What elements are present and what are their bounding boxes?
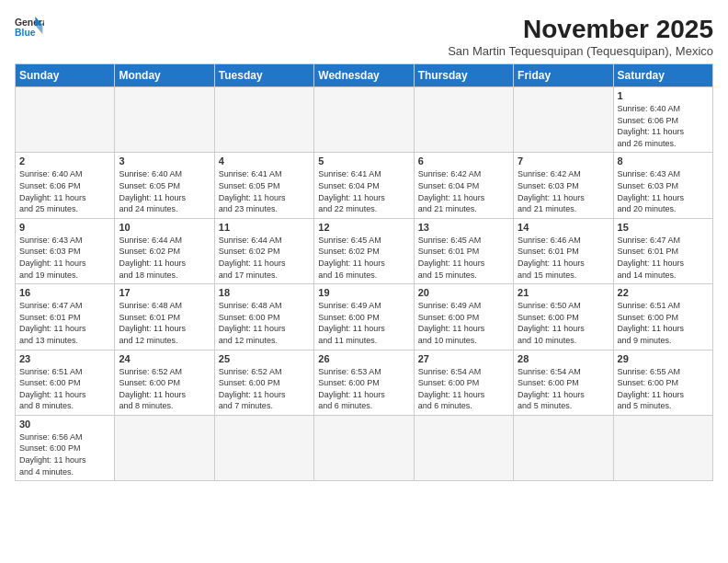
day-info: Sunrise: 6:55 AM Sunset: 6:00 PM Dayligh… [618, 366, 709, 412]
day-number: 23 [19, 353, 110, 364]
calendar-cell: 14Sunrise: 6:46 AM Sunset: 6:01 PM Dayli… [514, 218, 613, 283]
day-number: 21 [518, 287, 609, 298]
day-info: Sunrise: 6:44 AM Sunset: 6:02 PM Dayligh… [219, 235, 310, 281]
calendar-cell [314, 415, 414, 480]
calendar-cell: 12Sunrise: 6:45 AM Sunset: 6:02 PM Dayli… [314, 218, 414, 283]
day-number: 3 [119, 155, 210, 167]
day-number: 13 [418, 222, 509, 233]
calendar-cell [214, 415, 313, 480]
day-number: 11 [219, 222, 310, 233]
calendar-cell [514, 87, 613, 153]
calendar-cell: 7Sunrise: 6:42 AM Sunset: 6:03 PM Daylig… [514, 153, 613, 218]
calendar-cell: 11Sunrise: 6:44 AM Sunset: 6:02 PM Dayli… [214, 218, 313, 283]
calendar-cell: 27Sunrise: 6:54 AM Sunset: 6:00 PM Dayli… [414, 350, 513, 415]
day-number: 8 [618, 155, 709, 167]
day-number: 4 [219, 155, 310, 167]
day-info: Sunrise: 6:40 AM Sunset: 6:06 PM Dayligh… [618, 103, 709, 149]
day-number: 5 [318, 155, 409, 167]
day-number: 18 [219, 287, 310, 298]
day-header-friday: Friday [514, 64, 613, 87]
day-info: Sunrise: 6:48 AM Sunset: 6:00 PM Dayligh… [219, 300, 310, 346]
calendar-cell: 6Sunrise: 6:42 AM Sunset: 6:04 PM Daylig… [414, 153, 513, 218]
calendar-cell [16, 87, 115, 153]
calendar-cell [115, 87, 214, 153]
calendar-header-row: SundayMondayTuesdayWednesdayThursdayFrid… [16, 64, 713, 87]
calendar-cell: 18Sunrise: 6:48 AM Sunset: 6:00 PM Dayli… [214, 284, 313, 350]
day-number: 28 [518, 353, 609, 364]
calendar-cell: 10Sunrise: 6:44 AM Sunset: 6:02 PM Dayli… [115, 218, 214, 283]
day-info: Sunrise: 6:47 AM Sunset: 6:01 PM Dayligh… [618, 235, 709, 281]
day-number: 14 [518, 222, 609, 233]
calendar-cell: 19Sunrise: 6:49 AM Sunset: 6:00 PM Dayli… [314, 284, 414, 350]
day-number: 20 [418, 287, 509, 298]
calendar-week-6: 30Sunrise: 6:56 AM Sunset: 6:00 PM Dayli… [16, 415, 713, 480]
calendar-cell: 13Sunrise: 6:45 AM Sunset: 6:01 PM Dayli… [414, 218, 513, 283]
day-info: Sunrise: 6:52 AM Sunset: 6:00 PM Dayligh… [119, 366, 210, 412]
day-header-sunday: Sunday [16, 64, 115, 87]
svg-text:Blue: Blue [15, 28, 36, 38]
calendar-cell: 2Sunrise: 6:40 AM Sunset: 6:06 PM Daylig… [16, 153, 115, 218]
calendar-cell: 28Sunrise: 6:54 AM Sunset: 6:00 PM Dayli… [514, 350, 613, 415]
calendar-cell: 21Sunrise: 6:50 AM Sunset: 6:00 PM Dayli… [514, 284, 613, 350]
calendar-cell [613, 415, 712, 480]
day-info: Sunrise: 6:42 AM Sunset: 6:03 PM Dayligh… [518, 168, 609, 214]
day-info: Sunrise: 6:45 AM Sunset: 6:01 PM Dayligh… [418, 235, 509, 281]
title-block: November 2025 San Martin Tequesquipan (T… [448, 15, 713, 58]
calendar-cell [115, 415, 214, 480]
day-info: Sunrise: 6:56 AM Sunset: 6:00 PM Dayligh… [19, 431, 110, 477]
logo: General Blue [15, 15, 44, 40]
calendar-week-3: 9Sunrise: 6:43 AM Sunset: 6:03 PM Daylig… [16, 218, 713, 283]
day-info: Sunrise: 6:41 AM Sunset: 6:05 PM Dayligh… [219, 168, 310, 214]
calendar-cell: 20Sunrise: 6:49 AM Sunset: 6:00 PM Dayli… [414, 284, 513, 350]
day-number: 9 [19, 222, 110, 233]
calendar-cell: 15Sunrise: 6:47 AM Sunset: 6:01 PM Dayli… [613, 218, 712, 283]
calendar-cell: 17Sunrise: 6:48 AM Sunset: 6:01 PM Dayli… [115, 284, 214, 350]
day-info: Sunrise: 6:44 AM Sunset: 6:02 PM Dayligh… [119, 235, 210, 281]
day-info: Sunrise: 6:51 AM Sunset: 6:00 PM Dayligh… [618, 300, 709, 346]
day-info: Sunrise: 6:50 AM Sunset: 6:00 PM Dayligh… [518, 300, 609, 346]
calendar-cell [214, 87, 313, 153]
calendar-cell: 5Sunrise: 6:41 AM Sunset: 6:04 PM Daylig… [314, 153, 414, 218]
calendar-cell: 4Sunrise: 6:41 AM Sunset: 6:05 PM Daylig… [214, 153, 313, 218]
calendar-table: SundayMondayTuesdayWednesdayThursdayFrid… [15, 63, 713, 481]
calendar-cell [414, 87, 513, 153]
day-info: Sunrise: 6:51 AM Sunset: 6:00 PM Dayligh… [19, 366, 110, 412]
svg-marker-3 [35, 26, 42, 35]
day-number: 2 [19, 155, 110, 167]
calendar-cell: 16Sunrise: 6:47 AM Sunset: 6:01 PM Dayli… [16, 284, 115, 350]
day-info: Sunrise: 6:42 AM Sunset: 6:04 PM Dayligh… [418, 168, 509, 214]
location-subtitle: San Martin Tequesquipan (Tequesquipan), … [448, 44, 713, 58]
calendar-cell: 9Sunrise: 6:43 AM Sunset: 6:03 PM Daylig… [16, 218, 115, 283]
day-number: 7 [518, 155, 609, 167]
day-number: 17 [119, 287, 210, 298]
calendar-cell: 22Sunrise: 6:51 AM Sunset: 6:00 PM Dayli… [613, 284, 712, 350]
calendar-cell: 29Sunrise: 6:55 AM Sunset: 6:00 PM Dayli… [613, 350, 712, 415]
day-number: 22 [618, 287, 709, 298]
day-header-wednesday: Wednesday [314, 64, 414, 87]
calendar-week-2: 2Sunrise: 6:40 AM Sunset: 6:06 PM Daylig… [16, 153, 713, 218]
calendar-week-5: 23Sunrise: 6:51 AM Sunset: 6:00 PM Dayli… [16, 350, 713, 415]
calendar-cell [314, 87, 414, 153]
day-info: Sunrise: 6:45 AM Sunset: 6:02 PM Dayligh… [318, 235, 409, 281]
day-info: Sunrise: 6:40 AM Sunset: 6:06 PM Dayligh… [19, 168, 110, 214]
day-number: 6 [418, 155, 509, 167]
calendar-cell: 1Sunrise: 6:40 AM Sunset: 6:06 PM Daylig… [613, 87, 712, 153]
day-info: Sunrise: 6:47 AM Sunset: 6:01 PM Dayligh… [19, 300, 110, 346]
calendar-week-4: 16Sunrise: 6:47 AM Sunset: 6:01 PM Dayli… [16, 284, 713, 350]
logo-icon: General Blue [15, 15, 44, 40]
day-info: Sunrise: 6:54 AM Sunset: 6:00 PM Dayligh… [418, 366, 509, 412]
day-info: Sunrise: 6:48 AM Sunset: 6:01 PM Dayligh… [119, 300, 210, 346]
day-info: Sunrise: 6:49 AM Sunset: 6:00 PM Dayligh… [418, 300, 509, 346]
day-number: 27 [418, 353, 509, 364]
calendar-cell [514, 415, 613, 480]
day-number: 19 [318, 287, 409, 298]
day-info: Sunrise: 6:52 AM Sunset: 6:00 PM Dayligh… [219, 366, 310, 412]
calendar-cell [414, 415, 513, 480]
day-info: Sunrise: 6:54 AM Sunset: 6:00 PM Dayligh… [518, 366, 609, 412]
day-number: 26 [318, 353, 409, 364]
day-number: 1 [618, 90, 709, 101]
calendar-cell: 23Sunrise: 6:51 AM Sunset: 6:00 PM Dayli… [16, 350, 115, 415]
day-header-thursday: Thursday [414, 64, 513, 87]
day-header-saturday: Saturday [613, 64, 712, 87]
day-info: Sunrise: 6:41 AM Sunset: 6:04 PM Dayligh… [318, 168, 409, 214]
